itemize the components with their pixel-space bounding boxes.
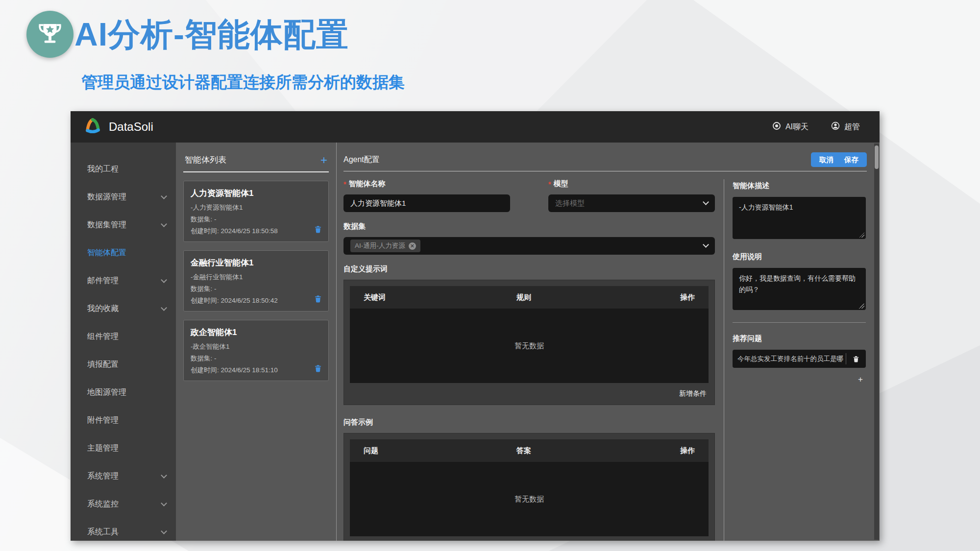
sidebar-item-my-projects[interactable]: 我的工程 [71,155,176,183]
prompt-table-header: 关键词 规则 操作 [350,286,709,309]
add-question-button[interactable]: + [733,375,866,384]
ai-chat-button[interactable]: AI聊天 [772,121,808,132]
chevron-down-icon [161,528,167,534]
sidebar-item-system-tools[interactable]: 系统工具 [71,518,176,541]
resize-grip-icon[interactable] [859,232,864,238]
column-action: 操作 [669,293,695,302]
custom-prompt-section: 自定义提示词 关键词 规则 操作 暂无数据 [343,264,715,405]
divider [343,171,867,171]
scrollbar[interactable] [874,144,879,540]
custom-prompt-label: 自定义提示词 [343,264,715,274]
qa-table-empty: 暂无数据 [350,462,709,536]
agent-desc-textarea[interactable]: -人力资源智能体1 [733,197,866,239]
dataset-tag: AI-通用-人力资源 ✕ [350,240,420,252]
delete-agent-icon[interactable] [314,295,322,305]
column-rule: 规则 [516,293,669,302]
brand: DataSoli [83,117,153,137]
agent-name-field-group: *智能体名称 人力资源智能体1 [343,179,510,212]
ai-chat-icon [772,121,781,132]
slide: AI分析-智能体配置 管理员通过设计器配置连接所需分析的数据集 DataSoli [0,0,980,551]
ai-chat-label: AI聊天 [785,122,808,132]
config-right-panel: 智能体描述 -人力资源智能体1 使用说明 你好，我是数据查询，有什么需要帮助的吗… [724,179,867,541]
chevron-down-icon [161,193,167,199]
chevron-down-icon [703,199,709,205]
topbar-actions: AI聊天 超管 [772,121,860,132]
user-label: 超管 [844,122,860,132]
chevron-down-icon [161,277,167,283]
agent-card-gov[interactable]: 政企智能体1 -政企智能体1 数据集: - 创建时间: 2024/6/25 18… [183,320,329,381]
sidebar-item-mapsource[interactable]: 地图源管理 [71,379,176,407]
agent-list-header: 智能体列表 + [183,154,329,171]
agent-name-label: 智能体名称 [348,179,385,189]
config-form: *智能体名称 人力资源智能体1 *模型 选择模型 [343,179,724,541]
recommend-label: 推荐问题 [733,334,866,343]
delete-agent-icon[interactable] [314,364,322,374]
column-action: 操作 [669,446,695,455]
agent-name-input[interactable]: 人力资源智能体1 [343,194,510,212]
column-answer: 答案 [516,446,669,455]
scrollbar-thumb[interactable] [875,145,879,169]
add-condition-button[interactable]: 新增条件 [679,389,707,398]
config-title: Agent配置 [343,155,380,165]
recommend-question-input[interactable]: 今年总实发工资排名前十的员工是哪 [733,355,846,363]
chevron-down-icon [703,241,709,248]
prompt-table-footer: 新增条件 [350,383,709,405]
sidebar: 我的工程 数据源管理 数据集管理 智能体配置 邮件管理 我的收藏 组件管理 填报… [71,143,176,541]
column-question: 问题 [364,446,516,455]
sidebar-item-mail[interactable]: 邮件管理 [71,267,176,295]
dataset-select[interactable]: AI-通用-人力资源 ✕ [343,237,715,255]
agent-list-panel: 智能体列表 + 人力资源智能体1 -人力资源智能体1 数据集: - 创建时间: … [176,143,337,541]
qa-example-label: 问答示例 [343,418,715,427]
sidebar-item-system-monitor[interactable]: 系统监控 [71,490,176,518]
page-subtitle: 管理员通过设计器配置连接所需分析的数据集 [81,72,405,94]
chevron-down-icon [161,500,167,506]
sidebar-item-system-mgmt[interactable]: 系统管理 [71,462,176,490]
model-field-group: *模型 选择模型 [548,179,715,212]
dataset-field-group: 数据集 AI-通用-人力资源 ✕ [343,222,715,255]
agent-config-main: Agent配置 取消 保存 *智能体名称 人力资源智能体1 [337,143,880,541]
required-asterisk: * [343,180,346,188]
config-header: Agent配置 取消 保存 [343,152,867,167]
sidebar-item-dataset[interactable]: 数据集管理 [71,211,176,239]
save-button[interactable]: 保存 [839,155,864,165]
agent-list-title: 智能体列表 [185,154,226,166]
usage-label: 使用说明 [733,252,866,262]
remove-tag-icon[interactable]: ✕ [409,242,416,250]
model-select[interactable]: 选择模型 [548,194,715,212]
column-keyword: 关键词 [364,293,516,302]
delete-question-icon[interactable] [846,356,866,362]
agent-desc-label: 智能体描述 [733,181,866,191]
add-agent-button[interactable]: + [320,156,327,165]
divider [183,171,329,172]
delete-agent-icon[interactable] [314,225,322,235]
resize-grip-icon[interactable] [859,303,864,309]
sidebar-item-agent-config[interactable]: 智能体配置 [71,239,176,267]
sidebar-item-form-config[interactable]: 填报配置 [71,351,176,379]
model-label: 模型 [553,179,568,189]
app-topbar: DataSoli AI聊天 [71,111,880,143]
qa-example-section: 问答示例 问题 答案 操作 暂无数据 [343,418,715,541]
user-menu-button[interactable]: 超管 [831,121,860,132]
chevron-down-icon [161,472,167,479]
sidebar-item-favorites[interactable]: 我的收藏 [71,295,176,323]
brand-name: DataSoli [109,120,153,134]
chevron-down-icon [161,221,167,227]
agent-card-hr[interactable]: 人力资源智能体1 -人力资源智能体1 数据集: - 创建时间: 2024/6/2… [183,181,329,242]
usage-textarea[interactable]: 你好，我是数据查询，有什么需要帮助的吗？ [733,268,866,310]
sidebar-item-themes[interactable]: 主题管理 [71,434,176,462]
app-body: 我的工程 数据源管理 数据集管理 智能体配置 邮件管理 我的收藏 组件管理 填报… [71,143,880,541]
chevron-down-icon [161,305,167,311]
agent-card-finance[interactable]: 金融行业智能体1 -金融行业智能体1 数据集: - 创建时间: 2024/6/2… [183,250,329,311]
app-window: DataSoli AI聊天 [71,111,880,541]
qa-example-panel: 问题 答案 操作 暂无数据 新增示例 [343,433,715,541]
prompt-table-empty: 暂无数据 [350,309,709,383]
trophy-icon [37,20,63,48]
sidebar-item-components[interactable]: 组件管理 [71,323,176,351]
sidebar-item-datasource[interactable]: 数据源管理 [71,183,176,211]
sidebar-item-attachments[interactable]: 附件管理 [71,407,176,434]
cancel-button[interactable]: 取消 [814,155,839,165]
dataset-label: 数据集 [343,222,715,231]
page-title: AI分析-智能体配置 [74,13,349,57]
trophy-badge [26,11,74,58]
required-asterisk: * [548,180,551,188]
